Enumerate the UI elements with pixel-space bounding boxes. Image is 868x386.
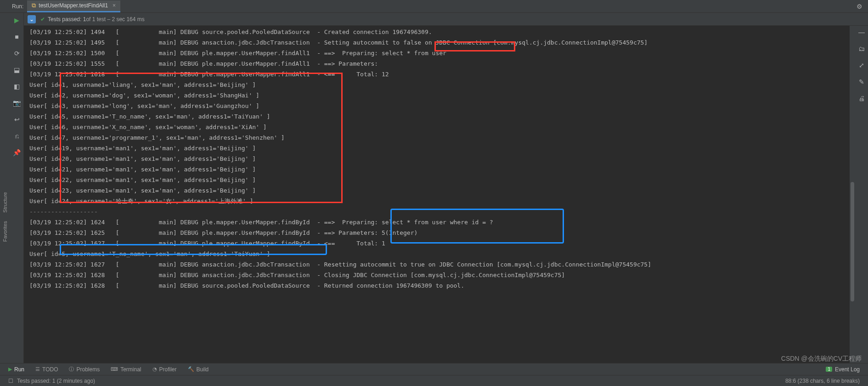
toggle-icon[interactable]: ◧ bbox=[14, 83, 20, 90]
play-icon: ▶ bbox=[8, 366, 12, 372]
collapse-icon[interactable]: ⌄ bbox=[28, 15, 36, 23]
console-line: User[ id=5, username1='T_no_name', sex1=… bbox=[24, 249, 850, 259]
console-line: User[ id=24, username1='哈士奇', sex1='女', … bbox=[24, 196, 850, 206]
build-icon: 🔨 bbox=[188, 366, 194, 372]
run-config-tab[interactable]: ⧉ testUserMapper.testFindAll1 × bbox=[27, 0, 120, 12]
left-tool-stripe: Structure Favorites bbox=[0, 13, 10, 363]
return-icon[interactable]: ↩ bbox=[14, 116, 20, 123]
bottom-tool-tabs: ▶Run ☰TODO ⓘProblems ⌨Terminal ◔Profiler… bbox=[0, 363, 868, 375]
gear-icon[interactable]: ⚙ bbox=[857, 3, 862, 10]
expand-icon[interactable]: ⤢ bbox=[859, 62, 864, 69]
tests-passed-suffix: of 1 test – 2 sec 164 ms bbox=[86, 16, 144, 23]
console-line: User[ id=1, username1='liang', sex1='man… bbox=[24, 79, 850, 90]
structure-tool-button[interactable]: Structure bbox=[2, 192, 8, 213]
status-caret-info: 88:6 (238 chars, 6 line breaks) bbox=[785, 378, 860, 384]
test-file-icon: ⧉ bbox=[32, 2, 36, 9]
close-tab-icon[interactable]: × bbox=[113, 2, 116, 9]
run-config-tab-label: testUserMapper.testFindAll1 bbox=[39, 2, 108, 9]
console-line: User[ id=3, username1='long', sex1='man'… bbox=[24, 101, 850, 111]
console-output[interactable]: [03/19 12:25:02] 1494 [ main] DEBUG sour… bbox=[24, 26, 850, 363]
console-line: [03/19 12:25:02] 1627 [ main] DEBUG ansa… bbox=[24, 259, 850, 270]
console-line: User[ id=5, username1='T_no_name', sex1=… bbox=[24, 111, 850, 122]
tab-event-log[interactable]: 1 Event Log bbox=[826, 366, 860, 373]
tab-build[interactable]: 🔨Build bbox=[188, 366, 209, 373]
console-line: [03/19 12:25:02] 1628 [ main] DEBUG ansa… bbox=[24, 270, 850, 280]
main-area: Structure Favorites ▶ ■ ⟳ ⬓ ◧ 📷 ↩ ⎌ 📌 ⌄ … bbox=[0, 13, 868, 363]
run-icon[interactable]: ▶ bbox=[14, 17, 19, 24]
console-line: User[ id=22, username1='man1', sex1='man… bbox=[24, 175, 850, 185]
vertical-scrollbar[interactable] bbox=[850, 26, 855, 363]
console-line: User[ id=2, username1='dog', sex1='woman… bbox=[24, 90, 850, 101]
soft-wrap-icon[interactable]: ✎ bbox=[859, 78, 864, 85]
favorites-tool-button[interactable]: Favorites bbox=[2, 221, 8, 242]
tab-profiler[interactable]: ◔Profiler bbox=[152, 366, 177, 373]
status-message: Tests passed: 1 (2 minutes ago) bbox=[17, 378, 95, 384]
console-line: User[ id=19, username1='man1', sex1='man… bbox=[24, 143, 850, 153]
minimize-icon[interactable]: — bbox=[858, 28, 865, 36]
console-line: [03/19 12:25:02] 1618 [ main] DEBUG ple.… bbox=[24, 69, 850, 79]
console-line: ------------------- bbox=[24, 206, 850, 217]
undo-icon[interactable]: ⎌ bbox=[15, 132, 19, 140]
tab-problems[interactable]: ⓘProblems bbox=[69, 366, 100, 373]
console-line: User[ id=20, username1='man1', sex1='man… bbox=[24, 153, 850, 164]
tab-run[interactable]: ▶Run bbox=[8, 366, 24, 373]
console-line: [03/19 12:25:02] 1625 [ main] DEBUG ple.… bbox=[24, 227, 850, 238]
run-panel-label: Run: bbox=[8, 3, 27, 10]
right-tool-stripe: — 🗂 ⤢ ✎ 🖨 bbox=[855, 26, 868, 363]
console-line: User[ id=23, username1='man1', sex1='man… bbox=[24, 185, 850, 196]
top-tab-bar: Run: ⧉ testUserMapper.testFindAll1 × ⚙ bbox=[0, 0, 868, 13]
console-line: User[ id=7, username1='programmer_1', se… bbox=[24, 132, 850, 143]
status-icon: ☐ bbox=[8, 378, 13, 384]
terminal-icon: ⌨ bbox=[111, 366, 118, 372]
pin-icon[interactable]: 📌 bbox=[13, 149, 21, 156]
check-icon: ✔ bbox=[40, 16, 45, 23]
problems-icon: ⓘ bbox=[69, 366, 74, 373]
status-bar: ☐ Tests passed: 1 (2 minutes ago) 88:6 (… bbox=[0, 375, 868, 386]
console-line: [03/19 12:25:02] 1555 [ main] DEBUG ple.… bbox=[24, 58, 850, 69]
event-log-badge: 1 bbox=[826, 367, 832, 372]
tab-terminal[interactable]: ⌨Terminal bbox=[111, 366, 141, 373]
console-line: [03/19 12:25:02] 1627 [ main] DEBUG ple.… bbox=[24, 238, 850, 249]
tab-todo[interactable]: ☰TODO bbox=[35, 366, 58, 373]
screenshot-icon[interactable]: 📷 bbox=[13, 99, 21, 107]
layout-icon[interactable]: ⬓ bbox=[14, 66, 20, 74]
console-wrap: [03/19 12:25:02] 1494 [ main] DEBUG sour… bbox=[24, 26, 868, 363]
console-line: [03/19 12:25:02] 1624 [ main] DEBUG ple.… bbox=[24, 217, 850, 227]
console-line: [03/19 12:25:02] 1495 [ main] DEBUG ansa… bbox=[24, 37, 850, 48]
profiler-icon: ◔ bbox=[152, 366, 157, 372]
tests-passed-label: Tests passed: 1 bbox=[48, 16, 86, 23]
rerun-icon[interactable]: ⟳ bbox=[14, 50, 20, 57]
stop-icon[interactable]: ■ bbox=[15, 33, 18, 40]
run-gutter: ▶ ■ ⟳ ⬓ ◧ 📷 ↩ ⎌ 📌 bbox=[10, 13, 24, 363]
console-line: User[ id=21, username1='man1', sex1='man… bbox=[24, 164, 850, 175]
test-summary-bar: ⌄ ✔ Tests passed: 1 of 1 test – 2 sec 16… bbox=[24, 13, 868, 26]
console-line: User[ id=6, username1='X_no_name', sex1=… bbox=[24, 122, 850, 132]
console-line: [03/19 12:25:02] 1500 [ main] DEBUG ple.… bbox=[24, 48, 850, 58]
console-line: [03/19 12:25:02] 1628 [ main] DEBUG sour… bbox=[24, 280, 850, 291]
match-case-icon[interactable]: 🗂 bbox=[858, 45, 865, 52]
print-icon[interactable]: 🖨 bbox=[858, 95, 865, 102]
run-panel: ⌄ ✔ Tests passed: 1 of 1 test – 2 sec 16… bbox=[24, 13, 868, 363]
scrollbar-thumb[interactable] bbox=[851, 182, 854, 301]
todo-icon: ☰ bbox=[35, 366, 40, 372]
console-line: [03/19 12:25:02] 1494 [ main] DEBUG sour… bbox=[24, 27, 850, 37]
